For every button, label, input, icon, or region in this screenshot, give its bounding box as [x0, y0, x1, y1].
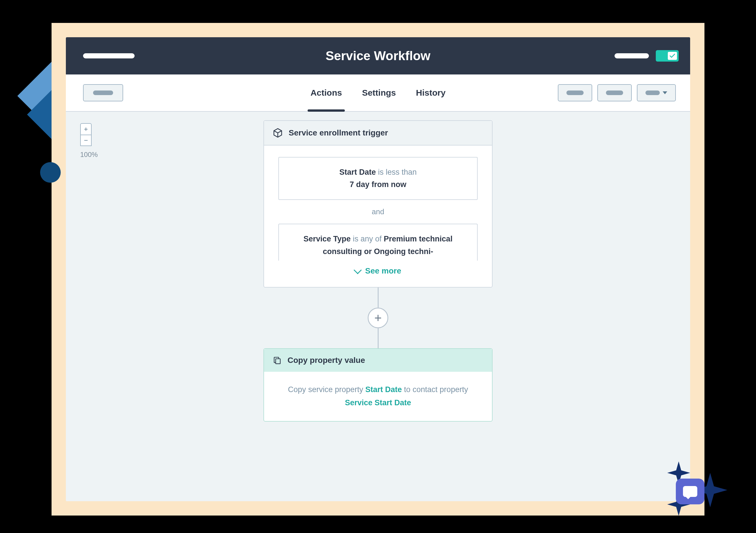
- condition-value: 7 day from now: [350, 180, 406, 189]
- header: Service Workflow: [66, 37, 690, 74]
- workflow-enabled-toggle[interactable]: [656, 50, 679, 62]
- header-right-placeholder: [614, 53, 649, 58]
- connector-line: [378, 287, 379, 307]
- zoom-in-button[interactable]: +: [80, 123, 92, 135]
- condition-operator: is any of: [353, 234, 382, 243]
- action-body: Copy service property Start Date to cont…: [264, 372, 492, 421]
- header-left-placeholder[interactable]: [83, 53, 135, 58]
- tab-settings[interactable]: Settings: [362, 74, 396, 111]
- action-title: Copy property value: [287, 356, 365, 365]
- add-action-button[interactable]: +: [368, 307, 388, 328]
- see-more-button[interactable]: See more: [278, 261, 478, 279]
- trigger-body: Start Date is less than 7 day from now a…: [264, 146, 492, 287]
- tabs: Actions Settings History: [310, 74, 446, 111]
- cube-icon: [273, 128, 283, 138]
- workflow-canvas[interactable]: + − 100% Service enr: [66, 112, 690, 501]
- condition-2[interactable]: Service Type is any of Premium technical…: [278, 224, 478, 260]
- trigger-node[interactable]: Service enrollment trigger Start Date is…: [263, 120, 493, 287]
- action-text-prefix: Copy service property: [288, 385, 364, 394]
- workflow-flow: Service enrollment trigger Start Date is…: [263, 120, 493, 422]
- chevron-down-icon: [354, 266, 362, 274]
- toolbar-left-button[interactable]: [83, 84, 123, 101]
- chevron-down-icon: [662, 92, 667, 94]
- action-node[interactable]: Copy property value Copy service propert…: [263, 348, 493, 422]
- condition-1[interactable]: Start Date is less than 7 day from now: [278, 157, 478, 200]
- decorative-circle: [40, 162, 61, 183]
- condition-property: Service Type: [304, 234, 351, 243]
- trigger-title: Service enrollment trigger: [289, 128, 388, 138]
- tab-history[interactable]: History: [416, 74, 446, 111]
- svg-rect-0: [276, 359, 280, 363]
- condition-operator: is less than: [378, 168, 417, 176]
- toolbar-dropdown[interactable]: [637, 84, 676, 101]
- action-header: Copy property value: [264, 349, 492, 372]
- action-target-property: Service Start Date: [345, 398, 411, 407]
- tab-actions[interactable]: Actions: [310, 74, 342, 111]
- zoom-out-button[interactable]: −: [80, 135, 92, 146]
- and-separator: and: [278, 200, 478, 224]
- page-title: Service Workflow: [326, 49, 430, 63]
- toolbar: Actions Settings History: [66, 74, 690, 112]
- action-text-mid: to contact property: [404, 385, 468, 394]
- copy-icon: [273, 356, 282, 365]
- check-icon: [668, 52, 677, 60]
- see-more-label: See more: [365, 266, 401, 276]
- toolbar-button-2[interactable]: [597, 84, 632, 101]
- header-right: [614, 50, 679, 62]
- trigger-header: Service enrollment trigger: [264, 121, 492, 146]
- connector-line: [378, 328, 379, 348]
- condition-property: Start Date: [339, 168, 376, 176]
- chat-icon: [683, 486, 697, 497]
- action-source-property: Start Date: [365, 385, 402, 394]
- toolbar-right: [558, 84, 676, 101]
- frame: Service Workflow Actions Settings Histor…: [52, 23, 704, 516]
- zoom-controls: + − 100%: [80, 123, 98, 159]
- toolbar-button-1[interactable]: [558, 84, 592, 101]
- placeholder-text: [93, 91, 113, 95]
- app-window: Service Workflow Actions Settings Histor…: [66, 37, 690, 501]
- zoom-level: 100%: [80, 151, 98, 159]
- chat-widget-button[interactable]: [676, 479, 704, 504]
